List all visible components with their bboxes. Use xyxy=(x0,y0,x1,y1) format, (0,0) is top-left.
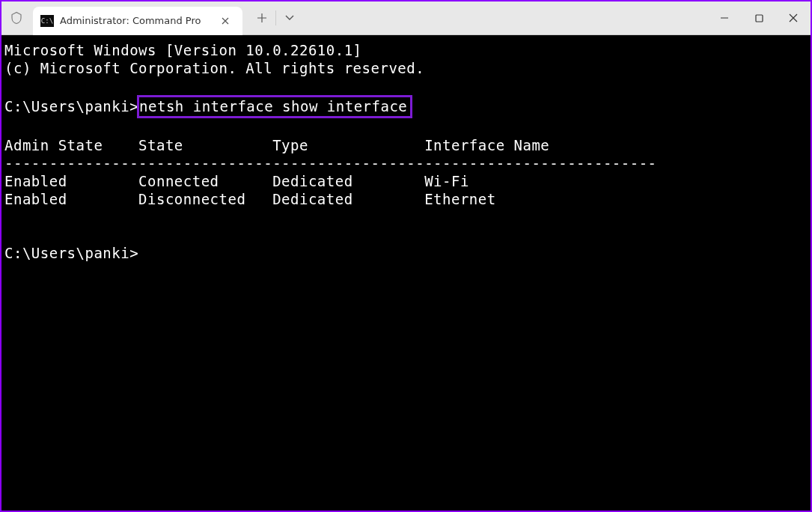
table-row: Enabled Connected Dedicated Wi-Fi xyxy=(4,173,469,189)
tab-command-prompt[interactable]: C:\ Administrator: Command Pro xyxy=(33,7,242,35)
shield-icon xyxy=(1,10,31,25)
version-line: Microsoft Windows [Version 10.0.22610.1] xyxy=(4,42,362,58)
prompt-1: C:\Users\panki> xyxy=(4,98,138,115)
table-separator: ----------------------------------------… xyxy=(4,155,657,171)
table-header: Admin State State Type Interface Name xyxy=(4,137,549,153)
new-tab-button[interactable] xyxy=(248,7,275,29)
close-button[interactable] xyxy=(776,1,811,35)
tab-close-button[interactable] xyxy=(216,11,235,31)
copyright-line: (c) Microsoft Corporation. All rights re… xyxy=(4,60,424,76)
table-row: Enabled Disconnected Dedicated Ethernet xyxy=(4,191,496,207)
titlebar-actions xyxy=(248,7,303,29)
terminal-output[interactable]: Microsoft Windows [Version 10.0.22610.1]… xyxy=(1,35,811,511)
svg-rect-0 xyxy=(756,15,763,22)
minimize-button[interactable] xyxy=(707,1,742,35)
highlighted-command: netsh interface show interface xyxy=(137,95,412,118)
prompt-2: C:\Users\panki> xyxy=(4,245,138,261)
tab-dropdown-button[interactable] xyxy=(276,7,303,29)
maximize-button[interactable] xyxy=(742,1,776,35)
terminal-icon: C:\ xyxy=(40,15,54,27)
titlebar: C:\ Administrator: Command Pro xyxy=(1,1,811,35)
tab-title: Administrator: Command Pro xyxy=(60,15,210,26)
window-controls xyxy=(707,1,811,35)
